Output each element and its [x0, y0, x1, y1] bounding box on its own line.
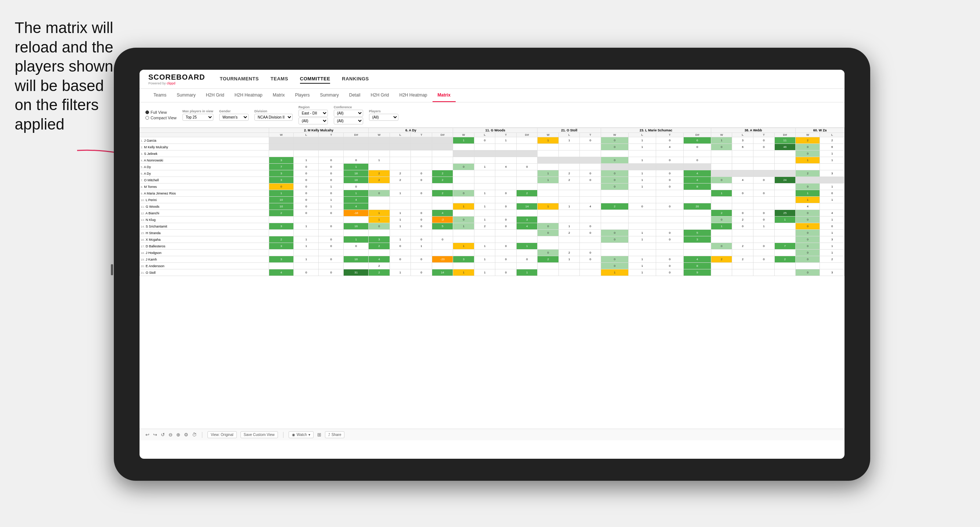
data-cell: 1: [820, 243, 845, 249]
data-cell: 4: [344, 203, 369, 210]
compact-view-option[interactable]: Compact View: [145, 116, 177, 120]
share-label: Share: [332, 433, 342, 437]
data-cell: [495, 151, 517, 157]
tab-summary2[interactable]: Summary: [315, 89, 344, 102]
tab-h2h-heatmap1[interactable]: H2H Heatmap: [229, 89, 268, 102]
data-cell: [319, 144, 344, 151]
data-cell: [344, 263, 369, 269]
data-cell: 1: [628, 237, 656, 243]
data-cell: 2: [474, 223, 495, 230]
region-select[interactable]: East - DII: [299, 110, 328, 117]
data-cell: [344, 249, 369, 256]
players-select[interactable]: (All): [369, 114, 398, 121]
data-cell: 0: [656, 256, 683, 263]
tab-matrix2[interactable]: Matrix: [433, 89, 456, 102]
data-cell: [628, 216, 656, 223]
tab-detail[interactable]: Detail: [344, 89, 366, 102]
data-cell: 0: [601, 177, 628, 184]
gender-label: Gender: [219, 110, 248, 113]
conference-label: Conference: [334, 105, 363, 109]
data-cell: [820, 163, 845, 170]
data-cell: [775, 157, 795, 163]
data-cell: [628, 210, 656, 216]
data-cell: 1: [495, 137, 517, 144]
layout-icon[interactable]: ⊞: [317, 432, 321, 437]
data-cell: 4: [432, 210, 453, 216]
nav-tournaments[interactable]: TOURNAMENTS: [220, 75, 258, 84]
data-cell: 0: [411, 177, 432, 184]
data-cell: 0: [656, 269, 683, 276]
player-name-cell: 4. A Nomrowski: [140, 157, 269, 163]
zoom-out-icon[interactable]: ⊖: [169, 432, 173, 437]
data-cell: [319, 249, 344, 256]
nav-committee[interactable]: COMMITTEE: [300, 75, 331, 84]
compact-view-radio[interactable]: [145, 116, 149, 120]
data-cell: 0: [601, 170, 628, 177]
full-view-radio[interactable]: [145, 111, 149, 114]
nav-rankings[interactable]: RANKINGS: [342, 75, 369, 84]
view-original-btn[interactable]: View: Original: [207, 431, 237, 438]
data-cell: 1: [628, 184, 656, 190]
undo-icon[interactable]: ↩: [145, 432, 150, 437]
data-cell: 4: [495, 163, 517, 170]
watch-btn[interactable]: ◉ Watch ▾: [289, 431, 313, 438]
data-cell: 1: [516, 269, 538, 276]
full-view-option[interactable]: Full View: [145, 110, 177, 114]
data-cell: 1: [474, 243, 495, 249]
zoom-in-icon[interactable]: ⊕: [176, 432, 180, 437]
tab-matrix1[interactable]: Matrix: [268, 89, 290, 102]
data-cell: 4: [683, 177, 711, 184]
data-cell: [558, 163, 580, 170]
data-cell: 1: [390, 190, 411, 197]
data-cell: [516, 237, 538, 243]
data-cell: 14: [516, 203, 538, 210]
reset-icon[interactable]: ↺: [161, 432, 165, 437]
region-select2[interactable]: (All): [299, 117, 328, 124]
tab-teams[interactable]: Teams: [148, 89, 172, 102]
watch-icon: ◉: [292, 433, 295, 437]
sep2: [283, 432, 283, 438]
tab-summary1[interactable]: Summary: [172, 89, 200, 102]
time-icon[interactable]: ⏱: [192, 432, 197, 437]
tab-h2h-heatmap2[interactable]: H2H Heatmap: [394, 89, 432, 102]
data-cell: [474, 249, 495, 256]
watch-chevron: ▾: [309, 433, 310, 437]
tab-players[interactable]: Players: [290, 89, 315, 102]
conference-select[interactable]: (All): [334, 110, 363, 117]
nav-teams[interactable]: TEAMS: [270, 75, 288, 84]
data-cell: [753, 237, 775, 243]
max-players-select[interactable]: Top 25: [183, 114, 213, 121]
matrix-area[interactable]: 2. M Kelly Mulcahy 6. A Dy 11. G Woods 2…: [140, 128, 845, 429]
conference-select2[interactable]: (All): [334, 117, 363, 124]
data-cell: [432, 243, 453, 249]
data-cell: 0: [453, 190, 474, 197]
data-cell: [474, 170, 495, 177]
share-icon: ⤴: [328, 433, 330, 437]
data-cell: 0: [411, 210, 432, 216]
data-cell: [711, 269, 732, 276]
data-cell: 1: [711, 190, 732, 197]
data-cell: [580, 263, 601, 269]
data-cell: [411, 197, 432, 203]
data-cell: [294, 144, 319, 151]
data-cell: 0: [344, 184, 369, 190]
data-cell: [711, 170, 732, 177]
data-cell: [432, 137, 453, 144]
division-select[interactable]: NCAA Division II: [255, 114, 293, 121]
tab-h2h-grid2[interactable]: H2H Grid: [365, 89, 394, 102]
settings-icon[interactable]: ⚙: [184, 432, 188, 437]
data-cell: 0: [753, 210, 775, 216]
sh-t3: T: [495, 133, 517, 137]
gender-select[interactable]: Women's: [219, 114, 248, 121]
tab-h2h-grid1[interactable]: H2H Grid: [201, 89, 229, 102]
data-cell: 1: [294, 157, 319, 163]
share-btn[interactable]: ⤴ Share: [325, 431, 345, 438]
redo-icon[interactable]: ↪: [153, 432, 157, 437]
data-cell: [369, 151, 390, 157]
data-cell: [269, 137, 294, 144]
save-custom-btn[interactable]: Save Custom View: [240, 431, 278, 438]
logo-title: SCOREBOARD: [148, 73, 205, 81]
data-cell: [369, 230, 390, 237]
data-cell: [580, 190, 601, 197]
data-cell: 2: [820, 137, 845, 144]
